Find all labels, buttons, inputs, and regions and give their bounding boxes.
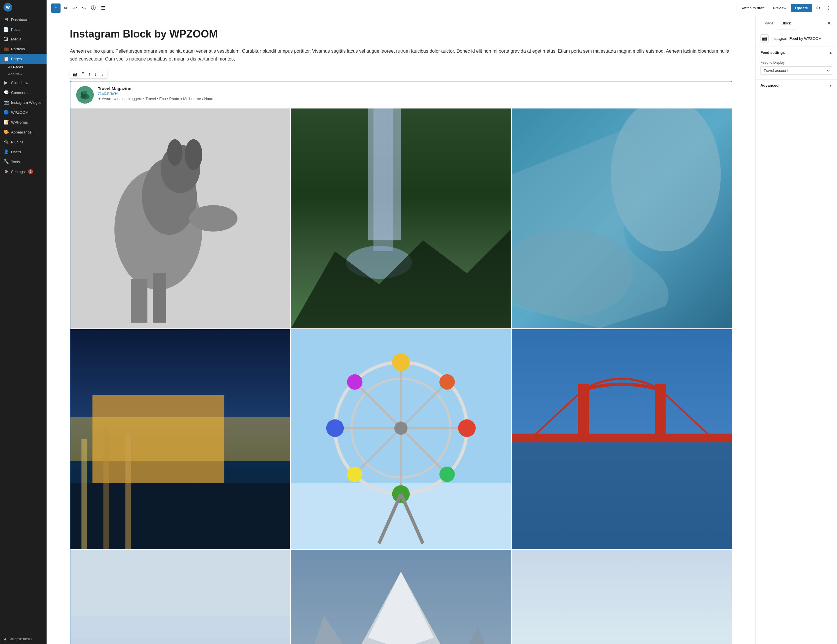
svg-point-9 xyxy=(185,139,202,170)
svg-rect-12 xyxy=(131,279,148,323)
wp-logo-icon: W xyxy=(3,3,12,11)
toolbar-right: Switch to draft Preview Update ⚙ ⋮ xyxy=(737,3,832,13)
pen-icon: ✏ xyxy=(64,5,68,11)
sidebar-item-slideshow[interactable]: ▶ Slideshow xyxy=(0,78,47,88)
svg-point-44 xyxy=(347,467,363,482)
panel-header: Page Block ✕ xyxy=(756,16,837,30)
svg-point-38 xyxy=(392,353,410,371)
editor-content[interactable]: Instagram Block by WPZOOM Aenean eu leo … xyxy=(47,16,755,644)
block-drag-handle[interactable]: ⠿ xyxy=(80,70,86,78)
collapse-menu-button[interactable]: ◀ Collapse menu xyxy=(0,634,47,644)
svg-rect-50 xyxy=(512,439,732,549)
svg-point-42 xyxy=(440,374,455,390)
block-instagram-icon-btn[interactable]: 📷 xyxy=(71,70,79,78)
photo-cell-4 xyxy=(71,329,290,549)
svg-point-4 xyxy=(83,91,87,94)
svg-point-46 xyxy=(394,421,407,434)
sidebar-item-instagram-widget[interactable]: 📷 Instagram Widget xyxy=(0,97,47,107)
feed-to-display-label: Feed to Display xyxy=(760,61,832,65)
sidebar-item-wpforms[interactable]: 📝 WPForms xyxy=(0,117,47,127)
sidebar-item-media[interactable]: 🖼 Media xyxy=(0,34,47,44)
sidebar: W ⊞ Dashboard 📄 Posts 🖼 Media 💼 Portfoli… xyxy=(0,0,47,644)
post-body[interactable]: Aenean eu leo quam. Pellentesque ornare … xyxy=(70,47,732,63)
block-more-icon: ⋮ xyxy=(101,72,105,77)
settings-icon: ⚙ xyxy=(3,169,9,174)
right-panel: Page Block ✕ 📷 Instagram Feed by WPZOOM … xyxy=(755,16,837,644)
settings-badge: 1 xyxy=(28,169,33,174)
sidebar-item-plugins[interactable]: 🔌 Plugins xyxy=(0,137,47,147)
slideshow-icon: ▶ xyxy=(3,80,9,85)
advanced-section-header[interactable]: Advanced ▼ xyxy=(756,80,837,91)
preview-button[interactable]: Preview xyxy=(771,4,789,11)
sidebar-item-posts[interactable]: 📄 Posts xyxy=(0,25,47,34)
info-button[interactable]: ⓘ xyxy=(89,3,97,13)
sidebar-item-dashboard[interactable]: ⊞ Dashboard xyxy=(0,15,47,25)
media-icon: 🖼 xyxy=(3,37,9,42)
svg-rect-68 xyxy=(512,550,732,644)
sidebar-logo: W xyxy=(0,0,47,15)
undo-button[interactable]: ↩ xyxy=(71,3,79,13)
info-icon: ⓘ xyxy=(91,5,96,11)
block-move-down-button[interactable]: ↓ xyxy=(93,70,98,78)
svg-rect-17 xyxy=(374,108,394,251)
photo-cell-9 xyxy=(512,550,732,644)
block-toolbar: 📷 ⠿ ↑ ↓ ⋮ xyxy=(70,70,107,79)
block-move-up-button[interactable]: ↑ xyxy=(87,70,92,78)
instagram-feed-block: Travel Magazine @wpztravel ✈ Award-winni… xyxy=(70,81,732,644)
block-more-options-button[interactable]: ⋮ xyxy=(99,70,107,78)
svg-point-39 xyxy=(458,419,476,437)
instagram-widget-icon: 📷 xyxy=(3,100,9,105)
feed-settings-title: Feed settings xyxy=(760,50,785,55)
post-title[interactable]: Instagram Block by WPZOOM xyxy=(70,28,732,40)
switch-to-draft-button[interactable]: Switch to draft xyxy=(737,4,768,12)
advanced-section: Advanced ▼ xyxy=(756,80,837,91)
sidebar-item-portfolio[interactable]: 💼 Portfolio xyxy=(0,44,47,54)
update-button[interactable]: Update xyxy=(791,4,812,12)
feed-settings-section: Feed settings ▲ Feed to Display Travel a… xyxy=(756,47,837,80)
sidebar-item-users[interactable]: 👤 Users xyxy=(0,147,47,157)
sidebar-item-pages[interactable]: 📋 Pages xyxy=(0,54,47,64)
more-vertical-icon: ⋮ xyxy=(826,5,830,11)
svg-rect-51 xyxy=(512,433,732,442)
sidebar-item-settings[interactable]: ⚙ Settings 1 xyxy=(0,167,47,177)
posts-icon: 📄 xyxy=(3,27,9,32)
svg-point-11 xyxy=(189,205,238,232)
panel-block-header: 📷 Instagram Feed by WPZOOM xyxy=(756,30,837,47)
svg-rect-61 xyxy=(71,616,290,644)
tab-block[interactable]: Block xyxy=(777,18,795,29)
photo-cell-2 xyxy=(291,108,511,328)
sidebar-sub-all-pages[interactable]: All Pages xyxy=(0,64,47,70)
pages-icon: 📋 xyxy=(3,56,9,61)
editor-area: Instagram Block by WPZOOM Aenean eu leo … xyxy=(47,16,837,644)
pen-button[interactable]: ✏ xyxy=(62,3,69,13)
add-block-button[interactable]: + xyxy=(51,3,61,13)
more-options-button[interactable]: ⋮ xyxy=(824,3,832,13)
photo-cell-5 xyxy=(291,329,511,549)
panel-tabs: Page Block xyxy=(760,18,795,29)
svg-rect-28 xyxy=(103,428,109,549)
appearance-icon: 🎨 xyxy=(3,129,9,135)
redo-button[interactable]: ↪ xyxy=(80,3,88,13)
photo-cell-8 xyxy=(291,550,511,644)
tab-page[interactable]: Page xyxy=(760,18,777,29)
wpzoom-icon: 🔵 xyxy=(3,110,9,115)
sidebar-sub-add-new[interactable]: Add New xyxy=(0,70,47,78)
sidebar-item-comments[interactable]: 💬 Comments xyxy=(0,88,47,97)
feed-settings-header[interactable]: Feed settings ▲ xyxy=(756,47,837,58)
avatar-island-svg xyxy=(76,86,94,103)
panel-close-button[interactable]: ✕ xyxy=(826,19,832,28)
sidebar-item-wpzoom[interactable]: 🔵 WPZOOM xyxy=(0,107,47,117)
svg-rect-13 xyxy=(153,274,166,323)
list-icon: ☰ xyxy=(101,5,105,11)
feed-settings-chevron-up-icon: ▲ xyxy=(829,51,832,55)
svg-rect-29 xyxy=(125,433,131,549)
list-view-button[interactable]: ☰ xyxy=(99,3,107,13)
settings-panel-button[interactable]: ⚙ xyxy=(814,3,822,13)
instagram-icon: 📷 xyxy=(72,72,77,77)
plugins-icon: 🔌 xyxy=(3,139,9,144)
chevron-down-icon: ↓ xyxy=(95,72,97,77)
sidebar-item-appearance[interactable]: 🎨 Appearance xyxy=(0,127,47,137)
settings-gear-icon: ⚙ xyxy=(816,5,820,11)
feed-to-display-select[interactable]: Travel account Default feed Custom feed xyxy=(760,66,832,75)
sidebar-item-tools[interactable]: 🔧 Tools xyxy=(0,157,47,167)
